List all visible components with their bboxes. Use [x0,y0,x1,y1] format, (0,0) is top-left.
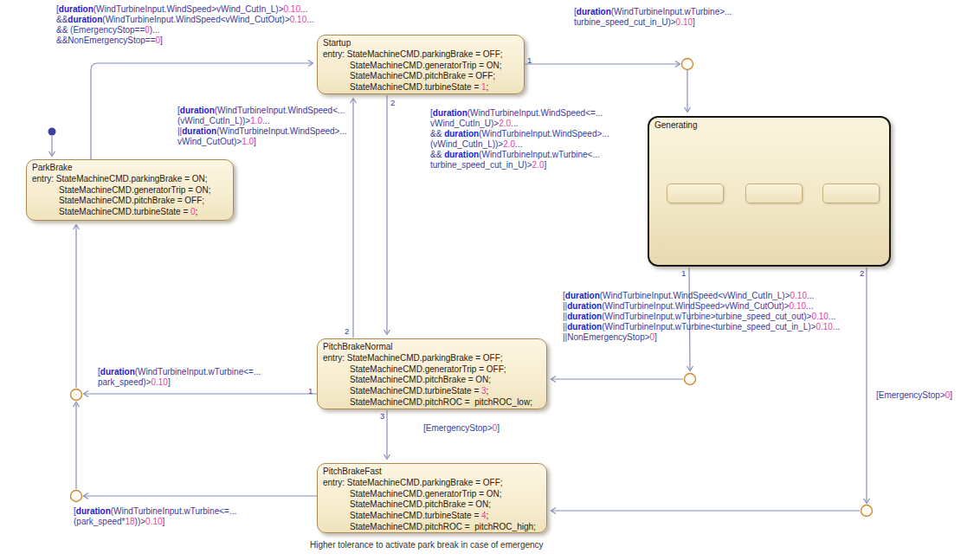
transition-label-emergencystop-mid[interactable]: [EmergencyStop>0] [423,423,500,434]
transition-label-pitchbrakenormal-to-startup[interactable]: [duration(WindTurbineInput.WindSpeed<=..… [430,108,609,171]
state-entry-actions: entry: StateMachineCMD.parkingBrake = OF… [323,478,541,533]
state-startup[interactable]: Startup entry: StateMachineCMD.parkingBr… [317,35,525,94]
junction-left-upper[interactable] [71,389,82,401]
state-title: PitchBrakeFast [323,467,541,478]
transition-label-pitchbrakenormal-to-parkbrake[interactable]: [duration(WindTurbineInput.wTurbine<=...… [98,367,261,388]
state-entry-actions: entry: StateMachineCMD.parkingBrake = OF… [323,353,541,409]
transition-number-pbn-2: 2 [345,326,349,336]
transition-number-pbn-1: 1 [308,386,313,396]
transition-number-startup-2: 2 [390,98,395,107]
generating-substate-1[interactable] [667,183,724,203]
transition-number-startup-1: 1 [527,55,532,65]
transition-label-startup-to-generating[interactable]: [duration(WindTurbineInput.wTurbine>...t… [574,7,732,28]
generating-substate-2[interactable] [745,183,803,203]
annotation-note[interactable]: Higher tolerance to activate park break … [310,540,544,550]
transition-label-generating-to-pitchbrakenormal[interactable]: [duration(WindTurbineInput.WindSpeed<vWi… [563,291,840,343]
transition-label-startup-to-pitchbrakenormal[interactable]: [duration(WindTurbineInput.WindSpeed<...… [177,106,347,147]
state-title: PitchBrakeNormal [323,342,541,353]
default-transition-dot[interactable] [48,128,56,136]
transition-label-parkbrake-to-startup[interactable]: [duration(WindTurbineInput.WindSpeed>vWi… [56,4,314,46]
transition-label-emergencystop-right[interactable]: [EmergencyStop>0] [876,390,952,401]
transition-number-generating-2: 2 [860,268,864,278]
transition-label-pitchbrakefast-to-parkbrake[interactable]: [duration(WindTurbineInput.wTurbine<=...… [74,506,236,527]
state-parkbrake[interactable]: ParkBrake entry: StateMachineCMD.parking… [26,159,234,221]
transition-number-generating-1: 1 [681,268,686,278]
junction-mid-right[interactable] [685,374,696,385]
stateflow-chart: ParkBrake entry: StateMachineCMD.parking… [0,0,980,560]
state-entry-actions: entry: StateMachineCMD.parkingBrake = ON… [32,174,228,218]
transition-number-pbn-3: 3 [380,411,384,421]
state-pitchbrakenormal[interactable]: PitchBrakeNormal entry: StateMachineCMD.… [317,338,547,409]
state-pitchbrakefast[interactable]: PitchBrakeFast entry: StateMachineCMD.pa… [317,463,547,533]
state-title: Generating [654,120,884,132]
junction-bottom-right[interactable] [861,505,873,517]
state-title: Startup [323,38,519,49]
junction-left-lower[interactable] [71,491,82,502]
junction-top-right[interactable] [682,59,693,70]
state-entry-actions: entry: StateMachineCMD.parkingBrake = OF… [323,49,519,93]
generating-substate-3[interactable] [822,183,880,203]
state-title: ParkBrake [32,163,228,174]
